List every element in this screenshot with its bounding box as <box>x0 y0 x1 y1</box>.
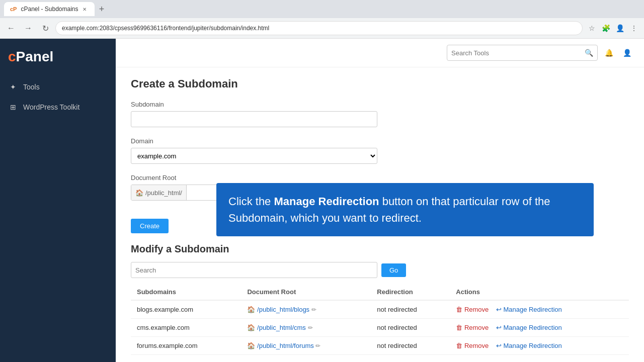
subdomain-field-section: Subdomain <box>131 101 629 127</box>
subdomain-input[interactable] <box>131 111 377 127</box>
col-subdomains: Subdomains <box>131 284 241 300</box>
topbar: 🔍 🔔 👤 <box>116 39 644 67</box>
modify-section: Modify a Subdomain Go Subdomains Documen… <box>131 243 629 362</box>
table-row: cms.example.com 🏠 /public_html/cms ✏ not… <box>131 319 629 337</box>
col-redirection: Redirection <box>371 284 450 300</box>
doc-root-prefix: 🏠 /public_html/ <box>131 185 187 200</box>
manage-redirection-link[interactable]: ↩ Manage Redirection <box>496 306 562 313</box>
tab-bar: cP cPanel - Subdomains ✕ + <box>0 0 644 18</box>
subdomain-cell: forums.example.com <box>131 337 241 355</box>
user-button[interactable]: 👤 <box>620 46 634 60</box>
subdomain-cell: cms.example.com <box>131 319 241 337</box>
col-actions: Actions <box>450 284 629 300</box>
remove-link[interactable]: 🗑 Remove <box>456 306 489 313</box>
search-row: Go <box>131 262 629 278</box>
tooltip-overlay: Click the Manage Redirection button on t… <box>216 183 594 236</box>
manage-redirection-link[interactable]: ↩ Manage Redirection <box>496 342 562 349</box>
browser-actions: ☆ 🧩 👤 ⋮ <box>586 22 640 34</box>
redirection-cell: not redirected <box>371 337 450 355</box>
wordpress-icon: ⊞ <box>8 102 18 112</box>
sidebar-tools-label: Tools <box>23 83 40 91</box>
manage-redirection-link[interactable]: ↩ Manage Redirection <box>496 324 562 331</box>
url-box[interactable]: example.com:2083/cpsess9699636116/fronte… <box>55 21 583 35</box>
actions-cell: 🗑 Remove ↩ Manage Redirection <box>450 319 629 337</box>
extensions-button[interactable]: 🧩 <box>600 22 612 34</box>
doc-root-cell: 🏠 /public_html/cms ✏ <box>241 319 371 337</box>
col-doc-root: Document Root <box>241 284 371 300</box>
subdomain-cell: blogs.example.com <box>131 300 241 319</box>
sidebar-wordpress-label: WordPress Toolkit <box>23 103 79 111</box>
app-layout: cPanel ✦ Tools ⊞ WordPress Toolkit 🔍 🔔 👤 <box>0 39 644 362</box>
doc-root-cell: 🏠 /public_html/blogs ✏ <box>241 300 371 319</box>
edit-icon[interactable]: ✏ <box>308 324 313 331</box>
home-icon: 🏠 <box>247 342 255 349</box>
doc-root-prefix-text: /public_html/ <box>145 189 182 197</box>
table-header: Subdomains Document Root Redirection Act… <box>131 284 629 300</box>
sidebar-item-wordpress-toolkit[interactable]: ⊞ WordPress Toolkit <box>0 97 116 117</box>
url-text: example.com:2083/cpsess9699636116/fronte… <box>62 25 269 32</box>
domain-field-section: Domain example.com <box>131 137 629 164</box>
modify-title: Modify a Subdomain <box>131 243 629 255</box>
doc-root-cell: 🏠 /public_html/forums ✏ <box>241 337 371 355</box>
redirection-cell: not redirected <box>371 319 450 337</box>
edit-icon[interactable]: ✏ <box>315 342 320 349</box>
home-icon: 🏠 <box>247 324 255 331</box>
tab-close-button[interactable]: ✕ <box>83 7 87 12</box>
tools-icon: ✦ <box>8 82 18 92</box>
redirection-cell: not redirected <box>371 300 450 319</box>
bookmark-button[interactable]: ☆ <box>586 22 598 34</box>
sidebar: cPanel ✦ Tools ⊞ WordPress Toolkit <box>0 39 116 362</box>
table-row: forums.example.com 🏠 /public_html/forums… <box>131 337 629 355</box>
actions-cell: 🗑 Remove ↩ Manage Redirection <box>450 337 629 355</box>
doc-root-link[interactable]: /public_html/forums <box>257 342 314 349</box>
reload-button[interactable]: ↻ <box>38 21 52 35</box>
profile-button[interactable]: 👤 <box>614 22 626 34</box>
edit-icon[interactable]: ✏ <box>311 306 316 313</box>
menu-button[interactable]: ⋮ <box>628 22 640 34</box>
actions-cell: 🗑 Remove ↩ Manage Redirection <box>450 300 629 319</box>
subdomain-label: Subdomain <box>131 101 629 108</box>
notifications-button[interactable]: 🔔 <box>602 46 616 60</box>
tooltip-bold: Manage Redirection <box>274 195 379 208</box>
sidebar-logo: cPanel <box>0 39 116 73</box>
search-tools-input[interactable] <box>451 49 585 57</box>
page-title: Create a Subdomain <box>131 77 629 90</box>
create-button[interactable]: Create <box>131 219 169 233</box>
doc-root-link[interactable]: /public_html/cms <box>257 324 306 331</box>
forward-button[interactable]: → <box>21 21 35 35</box>
subdomain-table: Subdomains Document Root Redirection Act… <box>131 284 629 355</box>
address-bar: ← → ↻ example.com:2083/cpsess9699636116/… <box>0 18 644 38</box>
search-icon: 🔍 <box>585 49 593 57</box>
sidebar-item-tools[interactable]: ✦ Tools <box>0 77 116 97</box>
remove-link[interactable]: 🗑 Remove <box>456 324 489 331</box>
doc-root-link[interactable]: /public_html/blogs <box>257 306 309 313</box>
table-row: blogs.example.com 🏠 /public_html/blogs ✏… <box>131 300 629 319</box>
domain-select[interactable]: example.com <box>131 148 377 164</box>
table-body: blogs.example.com 🏠 /public_html/blogs ✏… <box>131 300 629 355</box>
go-button[interactable]: Go <box>381 263 406 277</box>
sidebar-nav: ✦ Tools ⊞ WordPress Toolkit <box>0 73 116 121</box>
content-area: Create a Subdomain Subdomain Domain exam… <box>116 67 644 362</box>
browser-chrome: cP cPanel - Subdomains ✕ + ← → ↻ example… <box>0 0 644 39</box>
remove-link[interactable]: 🗑 Remove <box>456 342 489 349</box>
subdomain-search-input[interactable] <box>131 262 377 278</box>
new-tab-button[interactable]: + <box>95 2 109 16</box>
home-icon: 🏠 <box>135 189 143 197</box>
main-content: 🔍 🔔 👤 Create a Subdomain Subdomain Domai… <box>116 39 644 362</box>
home-icon: 🏠 <box>247 306 255 313</box>
doc-root-label: Document Root <box>131 174 629 182</box>
active-tab[interactable]: cP cPanel - Subdomains ✕ <box>4 2 95 16</box>
tooltip-text: Click the Manage Redirection button on t… <box>228 193 582 226</box>
back-button[interactable]: ← <box>4 21 18 35</box>
search-tools-box[interactable]: 🔍 <box>447 45 598 61</box>
domain-label: Domain <box>131 137 629 145</box>
tab-title: cPanel - Subdomains <box>21 6 78 13</box>
